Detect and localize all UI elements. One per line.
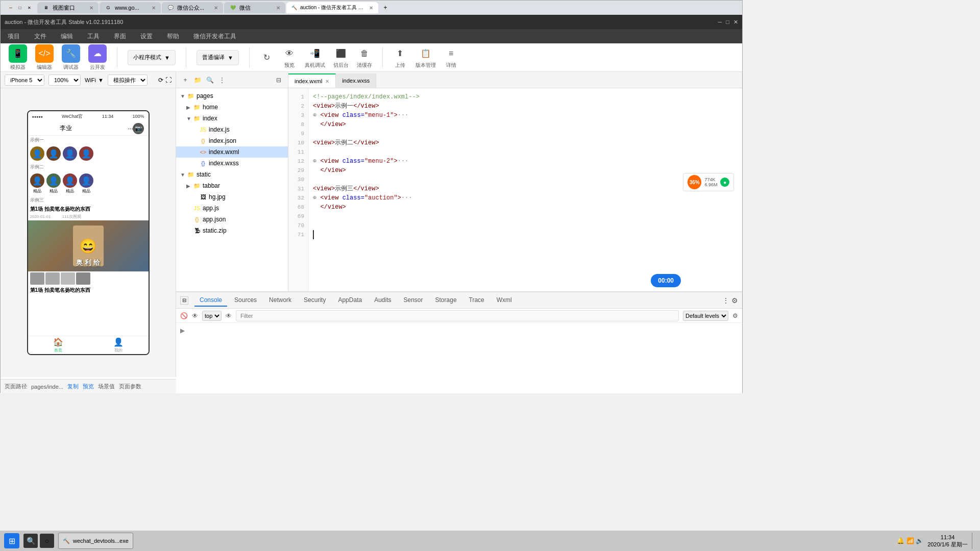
file-index-wxss[interactable]: {} index.wxss bbox=[176, 158, 288, 169]
version-action[interactable]: 📋 版本管理 bbox=[415, 46, 436, 69]
cloud-button[interactable]: ☁ 云开发 bbox=[88, 44, 107, 71]
console-eye-button[interactable]: 👁 bbox=[192, 312, 198, 319]
new-folder-button[interactable]: 📁 bbox=[192, 75, 203, 85]
console-block-icon[interactable]: ⊟ bbox=[180, 296, 188, 305]
fullscreen-icon[interactable]: ⛶ bbox=[165, 77, 172, 84]
upload-action[interactable]: ⬆ 上传 bbox=[393, 46, 407, 69]
menu-project[interactable]: 项目 bbox=[5, 30, 23, 43]
menu-interface[interactable]: 界面 bbox=[111, 30, 129, 43]
real-machine-action[interactable]: 📲 真机调试 bbox=[305, 46, 325, 69]
tab-close-0[interactable]: ✕ bbox=[89, 5, 93, 11]
clock-time: 11:34 bbox=[927, 534, 968, 541]
devtools-min[interactable]: ─ bbox=[718, 19, 722, 26]
maximize-button[interactable]: □ bbox=[17, 5, 23, 11]
tab-1[interactable]: G www.go... ✕ bbox=[100, 2, 161, 13]
taskbar-search-icon[interactable]: 🔍 bbox=[23, 534, 38, 548]
console-context-select[interactable]: top bbox=[202, 311, 222, 321]
menu-settings[interactable]: 设置 bbox=[137, 30, 156, 43]
mode-selector[interactable]: 小程序模式 ▼ bbox=[128, 50, 176, 65]
folder-home[interactable]: ▶ 📁 home bbox=[176, 102, 288, 113]
collapse-all-button[interactable]: ⊟ bbox=[274, 75, 284, 85]
phone-model-select[interactable]: iPhone 5 bbox=[5, 74, 44, 86]
console-tab-network[interactable]: Network bbox=[264, 294, 297, 307]
close-button[interactable]: ✕ bbox=[26, 5, 32, 11]
tab-close-1[interactable]: ✕ bbox=[152, 5, 156, 11]
editor-tab-wxss[interactable]: index.wxss bbox=[336, 73, 376, 88]
phone-wifi-select[interactable]: WiFi ▼ bbox=[85, 77, 104, 83]
console-view-toggle[interactable]: 👁 bbox=[226, 312, 232, 319]
compile-selector[interactable]: 普通编译 ▼ bbox=[197, 50, 239, 65]
cut-action[interactable]: ⬛ 切后台 bbox=[333, 46, 349, 69]
devtools-close[interactable]: ✕ bbox=[733, 19, 738, 26]
taskbar-wechat-devtools[interactable]: 🔨 wechat_devtools...exe bbox=[58, 533, 133, 549]
new-file-button[interactable]: + bbox=[180, 75, 190, 85]
menu-tools[interactable]: 工具 bbox=[84, 30, 103, 43]
code-line-29: </view> bbox=[313, 166, 738, 175]
phone-op-select[interactable]: 模拟操作 bbox=[108, 74, 148, 86]
menu-wechat-devtools[interactable]: 微信开发者工具 bbox=[190, 30, 239, 43]
console-tab-audits[interactable]: Audits bbox=[369, 294, 396, 307]
simulator-button[interactable]: 📱 模拟器 bbox=[9, 44, 27, 71]
file-app-js[interactable]: JS app.js bbox=[176, 203, 288, 214]
file-index-json[interactable]: {} index.json bbox=[176, 135, 288, 146]
tab-close-2[interactable]: ✕ bbox=[214, 5, 218, 11]
file-static-zip[interactable]: 🗜 static.zip bbox=[176, 225, 288, 236]
folder-static[interactable]: ▼ 📁 static bbox=[176, 169, 288, 180]
console-tab-wxml[interactable]: Wxml bbox=[492, 294, 517, 307]
details-action[interactable]: ≡ 详情 bbox=[444, 46, 458, 69]
console-tab-trace[interactable]: Trace bbox=[464, 294, 489, 307]
tab-3[interactable]: 💚 微信 ✕ bbox=[224, 2, 285, 13]
nav-profile[interactable]: 👤 我的 bbox=[113, 337, 124, 353]
menu-file[interactable]: 文件 bbox=[31, 30, 50, 43]
tab-close-3[interactable]: ✕ bbox=[276, 5, 280, 11]
folder-pages[interactable]: ▼ 📁 pages bbox=[176, 90, 288, 102]
folder-index[interactable]: ▼ 📁 index bbox=[176, 113, 288, 124]
copy-button[interactable]: 复制 bbox=[67, 383, 79, 390]
console-filter-input[interactable] bbox=[236, 310, 679, 321]
folder-pages-label: pages bbox=[197, 92, 213, 99]
console-settings-icon[interactable]: ⚙ bbox=[731, 296, 738, 305]
file-hg-jpg[interactable]: 🖼 hg.jpg bbox=[176, 191, 288, 203]
console-tab-security[interactable]: Security bbox=[299, 294, 331, 307]
refresh-action[interactable]: ↻ bbox=[260, 51, 274, 65]
debugger-button[interactable]: 🔧 调试器 bbox=[62, 44, 80, 71]
start-button[interactable]: ⊞ bbox=[4, 533, 19, 548]
console-tab-storage[interactable]: Storage bbox=[430, 294, 462, 307]
tab-0[interactable]: 🖥 视图窗口 ✕ bbox=[37, 2, 99, 13]
editor-tab-wxml-close[interactable]: ✕ bbox=[325, 79, 329, 84]
code-line-69 bbox=[313, 212, 738, 221]
tab-close-4[interactable]: ✕ bbox=[369, 5, 373, 11]
preview-status-button[interactable]: 预览 bbox=[83, 383, 94, 390]
folder-tabbar[interactable]: ▶ 📁 tabbar bbox=[176, 180, 288, 191]
nav-home[interactable]: 🏠 首页 bbox=[53, 337, 63, 353]
cloud-label: 云开发 bbox=[90, 64, 105, 71]
rotate-icon[interactable]: ⟳ bbox=[158, 77, 163, 84]
devtools-max[interactable]: □ bbox=[726, 19, 729, 26]
taskbar-cortana-icon[interactable]: ○ bbox=[40, 534, 54, 548]
editor-tab-wxml[interactable]: index.wxml ✕ bbox=[288, 73, 336, 88]
console-tab-console[interactable]: Console bbox=[194, 294, 227, 307]
menu-edit[interactable]: 编辑 bbox=[58, 30, 76, 43]
console-tab-appdata[interactable]: AppData bbox=[333, 294, 367, 307]
editor-button[interactable]: </> 编辑器 bbox=[35, 44, 54, 71]
console-tab-sensor[interactable]: Sensor bbox=[399, 294, 428, 307]
console-more-icon[interactable]: ⋮ bbox=[722, 296, 729, 305]
file-index-wxml[interactable]: <> index.wxml bbox=[176, 146, 288, 158]
clean-action[interactable]: 🗑 清缓存 bbox=[357, 46, 372, 69]
tab-4[interactable]: 🔨 auction - 微信开发者工具 Stable v1.02.1911180… bbox=[286, 2, 378, 13]
menu-help[interactable]: 帮助 bbox=[164, 30, 182, 43]
console-level-select[interactable]: Default levels bbox=[683, 311, 728, 321]
preview-action[interactable]: 👁 预览 bbox=[282, 46, 297, 69]
search-file-button[interactable]: 🔍 bbox=[205, 75, 215, 85]
file-index-js[interactable]: JS index.js bbox=[176, 124, 288, 135]
new-tab-button[interactable]: + bbox=[379, 2, 391, 13]
console-clear-button[interactable]: 🚫 bbox=[180, 312, 188, 319]
tab-2[interactable]: 💬 微信公众... ✕ bbox=[162, 2, 223, 13]
file-app-json[interactable]: {} app.json bbox=[176, 214, 288, 225]
more-file-options[interactable]: ⋮ bbox=[217, 75, 227, 85]
console-settings-button[interactable]: ⚙ bbox=[732, 312, 738, 319]
show-desktop-button[interactable] bbox=[972, 533, 976, 549]
phone-zoom-select[interactable]: 100% bbox=[48, 74, 81, 86]
minimize-button[interactable]: ─ bbox=[8, 5, 14, 11]
console-tab-sources[interactable]: Sources bbox=[229, 294, 262, 307]
